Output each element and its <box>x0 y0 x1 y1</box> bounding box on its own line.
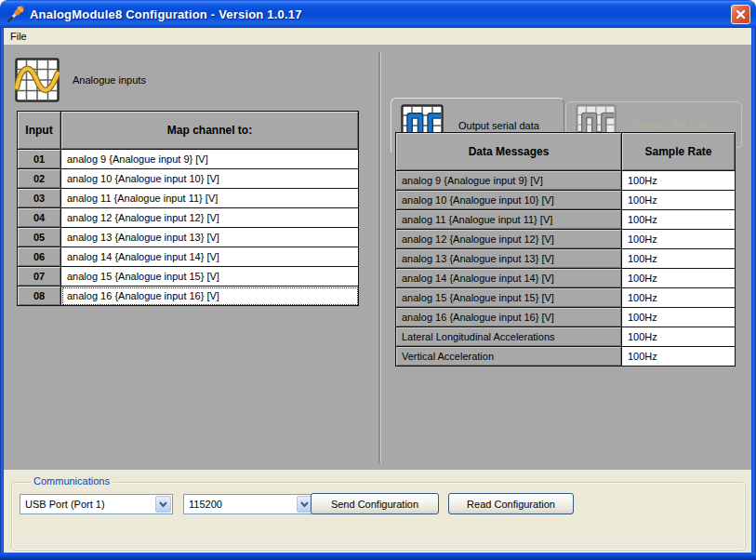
sample-rate-cell[interactable]: 100Hz <box>622 308 736 327</box>
column-header-sample-rate: Sample Rate <box>622 133 736 171</box>
bottom-panel: Communications USB Port (Port 1) 115200 … <box>4 470 751 553</box>
input-mapping-table: Input Map channel to: 01 analog 9 {Analo… <box>17 111 359 306</box>
input-number-cell: 07 <box>18 267 61 287</box>
input-number-cell: 05 <box>18 228 61 247</box>
table-row: analog 15 {Analogue input 15} [V] 100Hz <box>396 288 736 308</box>
input-number-cell: 08 <box>18 287 61 306</box>
chevron-down-icon <box>158 500 168 509</box>
map-channel-cell[interactable]: analog 14 {Analogue input 14} [V] <box>61 247 359 267</box>
map-channel-cell[interactable]: analog 12 {Analogue input 12} [V] <box>61 208 359 228</box>
close-icon <box>735 8 747 20</box>
data-message-cell[interactable]: analog 11 {Analogue input 11} [V] <box>396 210 622 230</box>
data-message-cell[interactable]: Vertical Acceleration <box>396 347 622 367</box>
app-window: AnalogModule8 Configuration - Version 1.… <box>0 0 756 560</box>
table-row: 01 analog 9 {Analogue input 9} [V] <box>18 150 359 169</box>
input-number-cell: 01 <box>18 150 61 169</box>
data-message-cell[interactable]: analog 13 {Analogue input 13} [V] <box>396 249 622 269</box>
table-row: 07 analog 15 {Analogue input 15} [V] <box>18 267 359 287</box>
table-row: 03 analog 11 {Analogue input 11} [V] <box>18 189 359 208</box>
table-row: analog 12 {Analogue input 12} [V] 100Hz <box>396 230 736 249</box>
data-message-cell[interactable]: analog 9 {Analogue input 9} [V] <box>396 171 622 191</box>
port-select-value: USB Port (Port 1) <box>20 499 155 510</box>
map-channel-cell[interactable]: analog 11 {Analogue input 11} [V] <box>61 189 359 208</box>
table-row: analog 14 {Analogue input 14} [V] 100Hz <box>396 269 736 288</box>
data-message-cell[interactable]: analog 10 {Analogue input 10} [V] <box>396 191 622 210</box>
sample-rate-cell[interactable]: 100Hz <box>622 171 736 191</box>
input-number-cell: 03 <box>18 189 61 208</box>
map-channel-cell[interactable]: analog 15 {Analogue input 15} [V] <box>61 267 359 287</box>
close-button[interactable] <box>731 5 750 24</box>
map-channel-cell[interactable]: analog 10 {Analogue input 10} [V] <box>61 169 359 189</box>
port-select-arrow[interactable] <box>155 496 171 513</box>
client-area: Analogue inputs Input Map channel to: 01… <box>4 45 751 470</box>
analogue-inputs-label: Analogue inputs <box>73 74 146 86</box>
table-row: analog 16 {Analogue input 16} [V] 100Hz <box>396 308 736 327</box>
data-message-cell[interactable]: analog 15 {Analogue input 15} [V] <box>396 288 622 308</box>
sample-rate-cell[interactable]: 100Hz <box>622 210 736 230</box>
titlebar[interactable]: AnalogModule8 Configuration - Version 1.… <box>0 0 756 28</box>
data-messages-table: Data Messages Sample Rate analog 9 {Anal… <box>395 132 736 367</box>
communications-label: Communications <box>31 475 113 487</box>
port-select[interactable]: USB Port (Port 1) <box>20 494 173 514</box>
map-channel-cell-selected[interactable]: analog 16 {Analogue input 16} [V] <box>61 287 359 306</box>
window-title: AnalogModule8 Configuration - Version 1.… <box>30 7 731 21</box>
map-channel-cell[interactable]: analog 9 {Analogue input 9} [V] <box>61 150 359 169</box>
baud-rate-value: 115200 <box>184 499 297 510</box>
sample-rate-cell[interactable]: 100Hz <box>622 191 736 210</box>
table-row: analog 9 {Analogue input 9} [V] 100Hz <box>396 171 736 191</box>
data-message-cell[interactable]: analog 12 {Analogue input 12} [V] <box>396 230 622 249</box>
communications-groupbox: Communications USB Port (Port 1) 115200 … <box>11 482 746 551</box>
tab-label-output-serial: Output serial data <box>458 120 539 131</box>
data-message-cell[interactable]: analog 14 {Analogue input 14} [V] <box>396 269 622 288</box>
input-number-cell: 06 <box>18 247 61 267</box>
table-row: 04 analog 12 {Analogue input 12} [V] <box>18 208 359 228</box>
panel-divider <box>378 51 381 463</box>
window-border-bottom <box>0 553 756 560</box>
chevron-down-icon <box>299 500 310 509</box>
column-header-data-messages: Data Messages <box>396 133 622 171</box>
input-number-cell: 04 <box>18 208 61 228</box>
sample-rate-cell[interactable]: 100Hz <box>622 347 736 367</box>
read-configuration-button[interactable]: Read Configuration <box>448 493 574 514</box>
analogue-inputs-header: Analogue inputs <box>15 58 146 102</box>
menu-file[interactable]: File <box>4 29 33 44</box>
sample-rate-cell[interactable]: 100Hz <box>622 230 736 249</box>
sample-rate-cell[interactable]: 100Hz <box>622 269 736 288</box>
table-row: 06 analog 14 {Analogue input 14} [V] <box>18 247 359 267</box>
sample-rate-cell[interactable]: 100Hz <box>622 327 736 347</box>
sample-rate-cell[interactable]: 100Hz <box>622 288 736 308</box>
table-row: Vertical Acceleration 100Hz <box>396 347 736 367</box>
sample-rate-cell[interactable]: 100Hz <box>622 249 736 269</box>
data-message-cell[interactable]: Lateral Longitudinal Accelerations <box>396 327 622 347</box>
tab-label-output-can: Output CAN data <box>631 119 710 130</box>
data-message-cell[interactable]: analog 16 {Analogue input 16} [V] <box>396 308 622 327</box>
table-row: analog 13 {Analogue input 13} [V] 100Hz <box>396 249 736 269</box>
analogue-inputs-icon <box>15 58 60 102</box>
column-header-input: Input <box>18 112 61 150</box>
table-row: Lateral Longitudinal Accelerations 100Hz <box>396 327 736 347</box>
table-row: analog 10 {Analogue input 10} [V] 100Hz <box>396 191 736 210</box>
app-icon <box>7 5 25 23</box>
table-row: 05 analog 13 {Analogue input 13} [V] <box>18 228 359 247</box>
table-row: 08 analog 16 {Analogue input 16} [V] <box>18 287 359 306</box>
table-row: 02 analog 10 {Analogue input 10} [V] <box>18 169 359 189</box>
menubar: File <box>4 28 751 45</box>
window-border-right <box>751 28 756 560</box>
baud-rate-select[interactable]: 115200 <box>183 494 314 514</box>
table-row: analog 11 {Analogue input 11} [V] 100Hz <box>396 210 736 230</box>
map-channel-cell[interactable]: analog 13 {Analogue input 13} [V] <box>61 228 359 247</box>
input-number-cell: 02 <box>18 169 61 189</box>
send-configuration-button[interactable]: Send Configuration <box>311 493 439 514</box>
column-header-map: Map channel to: <box>61 112 359 150</box>
